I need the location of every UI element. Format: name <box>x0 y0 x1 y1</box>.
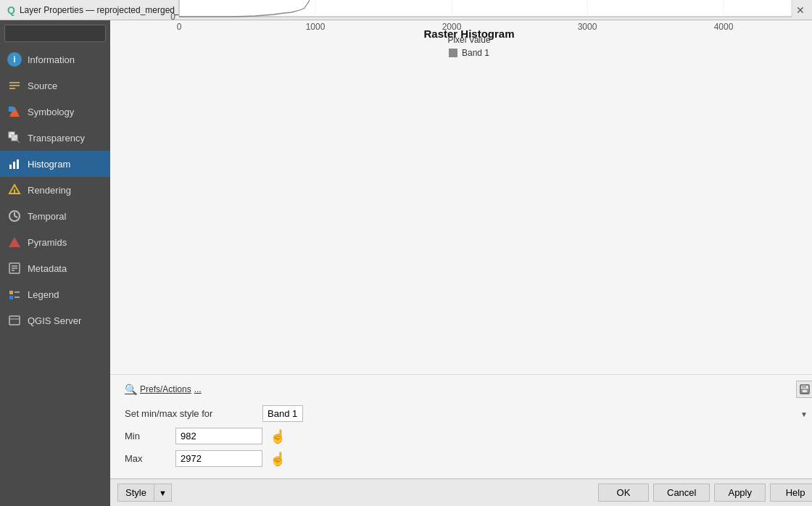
apply-button[interactable]: Apply <box>714 484 766 502</box>
temporal-icon <box>7 209 22 223</box>
sidebar-label-metadata: Metadata <box>28 263 67 274</box>
max-input[interactable] <box>175 450 262 467</box>
sidebar-item-metadata[interactable]: Metadata <box>0 255 110 281</box>
histogram-icon <box>7 157 22 171</box>
min-input[interactable] <box>175 428 262 444</box>
min-pick-icon[interactable]: ☝ <box>270 428 286 444</box>
svg-rect-83 <box>802 385 806 388</box>
prefs-actions-link[interactable]: 🔍 Prefs/Actions ... <box>125 383 202 395</box>
chart-container: Raster Histogram Frequency <box>110 20 812 374</box>
qgis-server-icon <box>7 313 22 328</box>
app-icon: Q <box>7 4 15 16</box>
cancel-button[interactable]: Cancel <box>653 484 710 502</box>
sidebar-item-symbology[interactable]: Symbology <box>0 99 110 125</box>
information-icon: i <box>7 52 22 67</box>
sidebar-label-source: Source <box>28 80 57 91</box>
svg-rect-24 <box>9 316 20 325</box>
search-input[interactable] <box>4 25 106 42</box>
sidebar-item-information[interactable]: i Information <box>0 46 110 72</box>
svg-text:2000: 2000 <box>442 22 462 32</box>
style-dropdown-button[interactable]: ▼ <box>154 484 172 502</box>
svg-text:3000: 3000 <box>578 22 597 32</box>
prefs-ellipsis: ... <box>194 384 202 394</box>
ok-button[interactable]: OK <box>598 484 649 502</box>
min-max-style-label: Set min/max style for <box>125 408 255 419</box>
sidebar-item-qgis-server[interactable]: QGIS Server <box>0 307 110 333</box>
chart-legend: Band 1 <box>125 48 812 58</box>
svg-rect-9 <box>17 159 19 169</box>
content-area: Raster Histogram Frequency <box>110 20 812 506</box>
controls-area: 🔍 Prefs/Actions ... Set min/max style fo… <box>110 374 812 478</box>
svg-rect-0 <box>9 82 20 83</box>
svg-text:4000: 4000 <box>714 22 734 32</box>
sidebar-label-rendering: Rendering <box>28 185 71 196</box>
sidebar: i Information Source Symbology Transpare… <box>0 20 110 506</box>
svg-rect-1 <box>9 85 20 86</box>
svg-rect-20 <box>9 291 13 294</box>
svg-line-14 <box>14 216 17 217</box>
pyramids-icon <box>7 235 22 249</box>
save-button[interactable] <box>796 381 812 398</box>
sidebar-label-legend: Legend <box>28 289 59 300</box>
svg-rect-84 <box>802 389 808 393</box>
metadata-icon <box>7 261 22 275</box>
svg-rect-22 <box>9 296 13 299</box>
rendering-icon <box>7 183 22 197</box>
svg-rect-7 <box>9 165 12 169</box>
band-select-wrapper: Band 1 <box>262 405 812 422</box>
band-select[interactable]: Band 1 <box>262 405 303 422</box>
svg-text:0: 0 <box>177 22 182 32</box>
sidebar-label-histogram: Histogram <box>28 159 70 170</box>
sidebar-item-source[interactable]: Source <box>0 72 110 99</box>
min-label: Min <box>125 431 168 441</box>
max-pick-icon[interactable]: ☝ <box>270 451 286 467</box>
legend-color-box <box>449 49 457 57</box>
prefs-label: Prefs/Actions <box>140 384 191 394</box>
sidebar-item-rendering[interactable]: Rendering <box>0 177 110 203</box>
legend-band-label: Band 1 <box>462 48 489 58</box>
sidebar-label-qgis-server: QGIS Server <box>28 315 81 326</box>
svg-text:0: 0 <box>170 12 175 22</box>
help-button[interactable]: Help <box>770 484 812 502</box>
max-row: Max ☝ <box>125 450 812 467</box>
transparency-icon <box>7 130 22 145</box>
legend-icon <box>7 287 22 302</box>
band-select-row: Set min/max style for Band 1 <box>125 405 812 422</box>
symbology-icon <box>7 104 22 119</box>
sidebar-label-pyramids: Pyramids <box>28 237 67 248</box>
style-group: Style ▼ <box>117 484 172 502</box>
sidebar-item-histogram[interactable]: Histogram <box>0 151 110 177</box>
sidebar-label-symbology: Symbology <box>28 107 74 117</box>
sidebar-item-temporal[interactable]: Temporal <box>0 203 110 229</box>
source-icon <box>7 78 22 93</box>
sidebar-item-transparency[interactable]: Transparency <box>0 125 110 151</box>
svg-rect-4 <box>9 107 14 112</box>
min-row: Min ☝ <box>125 428 812 444</box>
prefs-magnifier-icon: 🔍 <box>125 383 137 395</box>
action-buttons: OK Cancel Apply Help <box>598 484 812 502</box>
sidebar-label-information: Information <box>28 54 75 65</box>
sidebar-item-legend[interactable]: Legend <box>0 281 110 307</box>
style-button[interactable]: Style <box>117 484 154 502</box>
svg-marker-15 <box>9 237 20 247</box>
svg-rect-2 <box>9 88 15 89</box>
sidebar-label-temporal: Temporal <box>28 211 66 222</box>
max-label: Max <box>125 453 168 464</box>
svg-rect-8 <box>13 162 15 169</box>
svg-rect-53 <box>179 0 792 17</box>
sidebar-item-pyramids[interactable]: Pyramids <box>0 229 110 255</box>
svg-text:1000: 1000 <box>306 22 326 32</box>
bottom-bar: Style ▼ OK Cancel Apply Help <box>110 478 812 506</box>
sidebar-label-transparency: Transparency <box>28 133 85 144</box>
